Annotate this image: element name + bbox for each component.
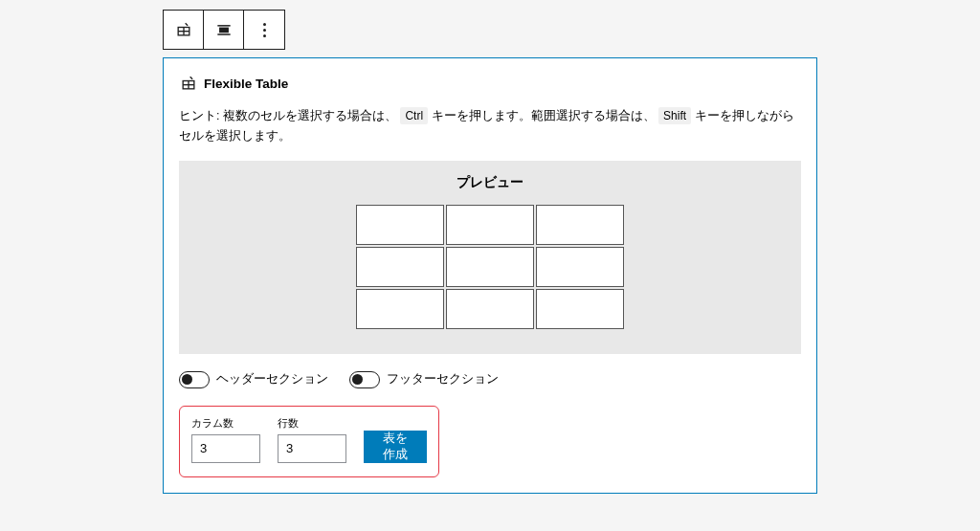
table-row [356, 205, 624, 245]
hint-part: キーを押します。範囲選択する場合は、 [432, 109, 656, 122]
create-table-button[interactable]: 表を作成 [364, 431, 427, 463]
table-cell[interactable] [356, 289, 444, 329]
block-header: Flexible Table [179, 74, 801, 93]
header-section-toggle[interactable] [179, 371, 210, 388]
rows-input[interactable] [278, 434, 346, 463]
table-cell[interactable] [356, 205, 444, 245]
table-cell[interactable] [446, 289, 534, 329]
table-cell[interactable] [536, 205, 624, 245]
table-cell[interactable] [446, 205, 534, 245]
kbd-ctrl: Ctrl [400, 107, 428, 124]
hint-part: ヒント: 複数のセルを選択する場合は、 [179, 109, 397, 122]
block-toolbar [163, 10, 285, 50]
table-cell[interactable] [536, 289, 624, 329]
header-toggle-group: ヘッダーセクション [179, 371, 328, 388]
header-toggle-label: ヘッダーセクション [216, 371, 328, 387]
align-button[interactable] [204, 11, 244, 49]
footer-toggle-label: フッターセクション [387, 371, 499, 387]
more-icon [263, 23, 266, 37]
preview-title: プレビュー [192, 174, 788, 191]
rows-field: 行数 [278, 416, 346, 463]
table-cell[interactable] [536, 247, 624, 287]
preview-table [354, 203, 626, 331]
kbd-shift: Shift [658, 107, 691, 124]
more-options-button[interactable] [244, 11, 284, 49]
table-icon [179, 74, 198, 93]
columns-field: カラム数 [191, 416, 260, 463]
columns-label: カラム数 [191, 416, 260, 431]
table-cell[interactable] [446, 247, 534, 287]
table-row [356, 247, 624, 287]
footer-toggle-group: フッターセクション [349, 371, 499, 388]
block-type-button[interactable] [164, 11, 204, 49]
hint-text: ヒント: 複数のセルを選択する場合は、 Ctrl キーを押します。範囲選択する場… [179, 106, 801, 147]
section-toggles: ヘッダーセクション フッターセクション [179, 371, 801, 388]
table-icon [174, 20, 193, 39]
table-row [356, 289, 624, 329]
footer-section-toggle[interactable] [349, 371, 380, 388]
table-cell[interactable] [356, 247, 444, 287]
block-title: Flexible Table [204, 77, 288, 91]
flexible-table-block: Flexible Table ヒント: 複数のセルを選択する場合は、 Ctrl … [163, 57, 817, 494]
rows-label: 行数 [278, 416, 346, 431]
svg-rect-4 [219, 28, 227, 32]
create-table-section: カラム数 行数 表を作成 [179, 406, 439, 477]
align-icon [214, 20, 234, 39]
preview-area: プレビュー [179, 161, 801, 354]
columns-input[interactable] [191, 434, 260, 463]
